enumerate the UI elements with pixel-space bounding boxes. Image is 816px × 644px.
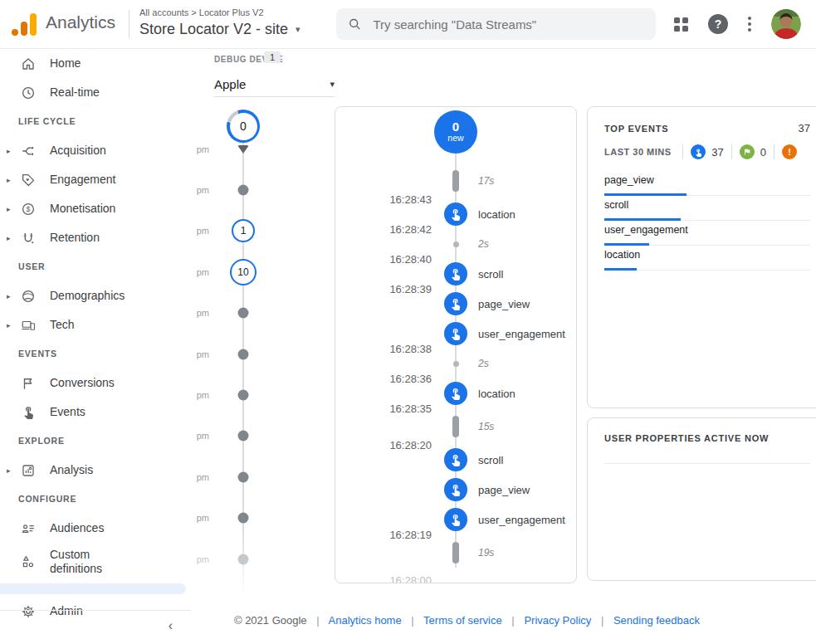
- sidebar-entry-label: Events: [50, 405, 86, 419]
- new-events-badge[interactable]: 0 new: [434, 110, 477, 154]
- minute-row: pm: [191, 416, 332, 456]
- sidebar-entry[interactable]: ▸ Home: [0, 49, 191, 78]
- minute-node: [238, 431, 249, 442]
- event-timestamp: 16:28:00: [335, 574, 438, 583]
- current-minute-pointer-icon: [237, 145, 249, 154]
- minute-node: [238, 390, 249, 401]
- sidebar-entry-label: Engagement: [50, 173, 115, 187]
- analytics-logo-icon[interactable]: [12, 12, 37, 36]
- sidebar-entry: ▸ USER: [0, 252, 191, 281]
- header-divider: [129, 10, 129, 38]
- sidebar-entry[interactable]: ▸ Analysis: [0, 456, 191, 485]
- minute-row[interactable]: pm 10: [191, 251, 332, 292]
- top-event-name: scroll: [604, 199, 628, 211]
- sidebar-entry[interactable]: ▸ Tech: [0, 310, 191, 339]
- stream-row[interactable]: page_view: [335, 475, 576, 505]
- event-name: location: [473, 208, 576, 221]
- event-icon[interactable]: [444, 478, 467, 501]
- top-event-name: user_engagement: [604, 224, 688, 236]
- sidebar-entry-label: EVENTS: [7, 349, 57, 359]
- sidebar-entry[interactable]: ▸ Admin: [0, 597, 191, 626]
- stream-row[interactable]: 16:28:39 page_view: [335, 289, 576, 319]
- event-icon[interactable]: [444, 508, 467, 531]
- sidebar-entry-label: USER: [7, 261, 45, 272]
- footer-link[interactable]: Privacy Policy: [524, 614, 591, 627]
- more-options-icon[interactable]: [748, 17, 751, 32]
- event-timestamp: 16:28:36: [335, 373, 438, 385]
- minute-label: pm: [191, 513, 209, 523]
- stream-node: [438, 382, 473, 405]
- sidebar-divider: [0, 610, 191, 611]
- gap-capsule: [452, 170, 459, 192]
- event-icon[interactable]: [444, 262, 467, 285]
- sidebar-entry[interactable]: ▸ Real-time: [0, 78, 191, 107]
- product-name[interactable]: Analytics: [46, 12, 115, 32]
- stream-row[interactable]: 16:28:20 scroll: [335, 445, 576, 475]
- debug-device-count-badge: 1: [264, 51, 281, 63]
- collapse-sidebar-icon[interactable]: ‹: [169, 618, 173, 633]
- sidebar-entry[interactable]: ▸: [0, 583, 186, 594]
- sidebar-entry[interactable]: ▸ Audiences: [0, 514, 191, 543]
- sidebar-entry[interactable]: ▸ $ Monetisation: [0, 194, 191, 223]
- sidebar-entry[interactable]: ▸ Events: [0, 398, 191, 427]
- sidebar-entry[interactable]: ▸ Demographics: [0, 281, 191, 310]
- sidebar-entry[interactable]: ▸ Engagement: [0, 165, 191, 194]
- minute-label: pm: [191, 185, 209, 195]
- counter-icon: !: [691, 144, 706, 159]
- event-type-counter[interactable]: ! 37: [682, 144, 730, 159]
- stream-node: [438, 322, 473, 345]
- stream-node: [438, 478, 473, 501]
- sidebar-entry[interactable]: ▸ Conversions: [0, 368, 191, 398]
- minute-label: pm: [191, 308, 209, 318]
- footer-link[interactable]: Sending feedback: [613, 614, 700, 627]
- stream-node: [438, 292, 473, 315]
- minute-node: [238, 308, 249, 319]
- footer-link[interactable]: Terms of service: [423, 614, 502, 627]
- device-select[interactable]: Apple ▾: [214, 71, 335, 97]
- top-event-row[interactable]: page_view: [604, 171, 810, 196]
- top-event-row[interactable]: user_engagement: [604, 221, 810, 246]
- minute-node: [237, 145, 249, 154]
- sidebar-entry-label: Demographics: [50, 289, 125, 303]
- search-input[interactable]: [371, 17, 644, 32]
- event-icon[interactable]: [444, 322, 467, 345]
- event-type-counter[interactable]: ! 0: [731, 144, 774, 159]
- help-icon[interactable]: ?: [708, 14, 728, 34]
- event-icon[interactable]: [444, 202, 467, 226]
- sidebar-entry: ▸ LIFE CYCLE: [0, 107, 191, 136]
- event-name: scroll: [473, 454, 576, 466]
- top-event-row[interactable]: location: [604, 246, 810, 271]
- custom-icon: [20, 554, 37, 570]
- event-name: page_view: [473, 484, 576, 496]
- gap-capsule: [452, 416, 459, 437]
- top-event-row[interactable]: scroll: [604, 196, 810, 221]
- property-selector[interactable]: Store Locator V2 - site ▾: [139, 21, 301, 38]
- event-type-counter[interactable]: !: [774, 144, 810, 159]
- counter-value: 37: [711, 146, 723, 159]
- event-icon[interactable]: [444, 292, 467, 315]
- logo-bar-medium: [21, 22, 27, 36]
- event-name: location: [473, 388, 576, 400]
- acquisition-icon: [20, 143, 37, 159]
- minute-label: pm: [191, 431, 209, 441]
- event-name: 2s: [473, 358, 576, 369]
- minute-label: pm: [191, 144, 209, 154]
- event-icon[interactable]: [444, 382, 467, 405]
- search-bar[interactable]: [336, 8, 656, 40]
- sidebar-entry[interactable]: ▸ Acquisition: [0, 136, 191, 165]
- sidebar-entry[interactable]: ▸ Retention: [0, 223, 191, 252]
- event-timestamp: 16:28:39: [335, 283, 438, 295]
- breadcrumb[interactable]: All accounts > Locator Plus V2: [139, 7, 264, 17]
- error-icon: !: [788, 147, 791, 157]
- stream-node: [438, 242, 473, 247]
- minute-node: [238, 554, 249, 564]
- property-name: Store Locator V2 - site: [139, 21, 288, 38]
- event-icon[interactable]: [444, 448, 467, 471]
- minute-row[interactable]: pm 1: [191, 211, 332, 251]
- sidebar-entry[interactable]: ▸ Custom definitions: [0, 543, 191, 581]
- apps-grid-icon[interactable]: [674, 17, 688, 32]
- footer-link[interactable]: Analytics home: [329, 614, 402, 627]
- event-name: page_view: [473, 298, 576, 310]
- avatar[interactable]: [771, 9, 801, 39]
- events-icon: [20, 404, 37, 421]
